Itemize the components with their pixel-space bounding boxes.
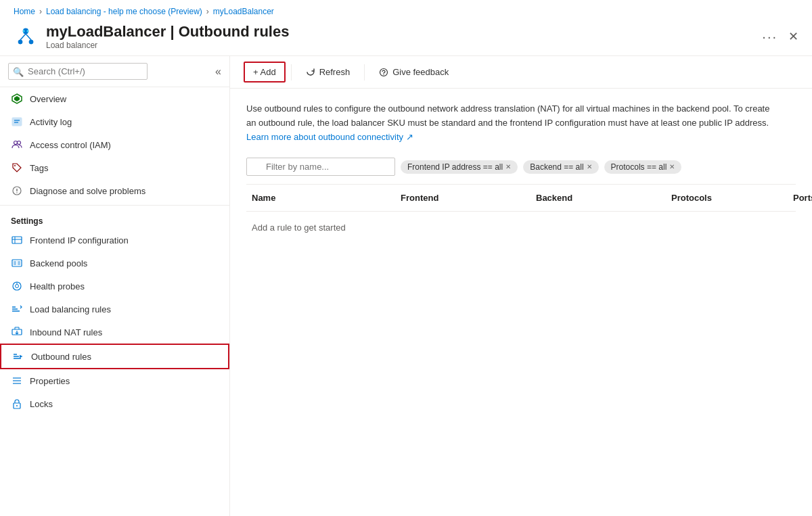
frontend-ip-icon (11, 234, 23, 246)
sidebar-item-outbound-label: Outbound rules (31, 352, 91, 362)
sidebar-item-access-control[interactable]: Access control (IAM) (0, 133, 229, 156)
svg-marker-7 (14, 96, 20, 101)
filter-chip-backend-remove[interactable]: ✕ (587, 163, 592, 170)
sidebar-search-container: 🔍 « (0, 56, 229, 87)
svg-rect-21 (14, 261, 16, 265)
svg-point-16 (16, 192, 18, 193)
sidebar-item-lbrules-label: Load balancing rules (30, 304, 111, 314)
properties-icon (11, 375, 23, 387)
backend-pools-icon (11, 257, 23, 269)
table-empty-message: Add a rule to get started (246, 212, 796, 243)
search-wrap: 🔍 (8, 63, 210, 80)
outbound-rules-icon (12, 350, 24, 362)
page-title: myLoadBalancer | Outbound rules (46, 23, 754, 41)
toolbar-divider-1 (291, 64, 292, 80)
filter-chip-frontend-remove[interactable]: ✕ (505, 163, 511, 170)
filter-chip-frontend[interactable]: Frontend IP address == all ✕ (401, 160, 518, 174)
col-protocols: Protocols (666, 190, 788, 206)
sidebar-item-tags-label: Tags (30, 163, 48, 173)
svg-point-3 (29, 40, 33, 44)
sidebar-item-lb-rules[interactable]: Load balancing rules (0, 298, 229, 321)
col-frontend: Frontend (395, 190, 531, 206)
sidebar-item-inbound-label: Inbound NAT rules (30, 327, 102, 337)
svg-point-12 (18, 141, 21, 145)
sidebar-item-inbound-nat[interactable]: Inbound NAT rules (0, 321, 229, 344)
filter-chip-protocols-remove[interactable]: ✕ (669, 163, 675, 170)
sidebar-item-overview-label: Overview (30, 94, 66, 104)
sidebar-item-backend-label: Backend pools (30, 258, 87, 268)
breadcrumb-sep1: › (39, 7, 42, 16)
col-backend: Backend (531, 190, 666, 206)
sidebar-item-properties[interactable]: Properties (0, 369, 229, 392)
access-control-icon (11, 139, 23, 151)
collapse-button[interactable]: « (215, 66, 221, 78)
col-name: Name (246, 190, 395, 206)
breadcrumb-home[interactable]: Home (14, 7, 35, 16)
filter-chip-backend[interactable]: Backend == all ✕ (523, 160, 598, 174)
table-header: Name Frontend Backend Protocols Ports (246, 185, 796, 212)
svg-rect-22 (18, 261, 20, 265)
content-area: + Add Refresh Give feedback Use outbound… (230, 56, 812, 516)
give-feedback-button[interactable]: Give feedback (370, 62, 457, 82)
refresh-label: Refresh (319, 67, 351, 77)
resource-icon (14, 24, 38, 49)
svg-point-13 (14, 165, 16, 166)
page-subtitle: Load balancer (46, 41, 754, 50)
content-body: Use outbound rules to configure the outb… (230, 89, 812, 516)
sidebar-item-health-probes[interactable]: Health probes (0, 275, 229, 298)
search-input[interactable] (8, 63, 148, 80)
filter-bar: 🔍 Frontend IP address == all ✕ Backend =… (246, 158, 796, 176)
main-layout: 🔍 « Overview Activity log Access control… (0, 56, 812, 516)
learn-more-link[interactable]: Learn more about outbound connectivity ↗ (246, 132, 413, 142)
refresh-button[interactable]: Refresh (297, 62, 359, 82)
page-header: myLoadBalancer | Outbound rules Load bal… (0, 20, 812, 56)
sidebar-item-properties-label: Properties (30, 376, 70, 386)
svg-point-11 (14, 141, 18, 145)
filter-chip-protocols[interactable]: Protocols == all ✕ (604, 160, 682, 174)
sidebar-item-activity-log[interactable]: Activity log (0, 110, 229, 133)
description-text: Use outbound rules to configure the outb… (246, 102, 774, 144)
settings-section-label: Settings (0, 208, 229, 229)
add-button[interactable]: + Add (244, 62, 286, 83)
lb-rules-icon (11, 303, 23, 315)
svg-point-24 (16, 285, 19, 288)
feedback-icon (379, 68, 388, 77)
col-ports: Ports (788, 190, 812, 206)
sidebar-item-frontend-ip[interactable]: Frontend IP configuration (0, 229, 229, 252)
toolbar: + Add Refresh Give feedback (230, 56, 812, 89)
svg-rect-17 (12, 237, 22, 243)
sidebar-item-locks-label: Locks (30, 399, 53, 409)
sidebar-item-access-label: Access control (IAM) (30, 140, 111, 150)
breadcrumb-myLB[interactable]: myLoadBalancer (213, 7, 274, 16)
sidebar-item-diagnose-label: Diagnose and solve problems (30, 186, 145, 196)
sidebar-item-outbound-rules[interactable]: Outbound rules (0, 344, 229, 369)
breadcrumb-sep2: › (206, 7, 209, 16)
table-container: Name Frontend Backend Protocols Ports Ad… (246, 184, 796, 243)
locks-icon (11, 398, 23, 410)
toolbar-divider-2 (364, 64, 365, 80)
tags-icon (11, 162, 23, 174)
search-icon: 🔍 (13, 66, 24, 76)
breadcrumb: Home › Load balancing - help me choose (… (0, 0, 812, 20)
sidebar-item-backend-pools[interactable]: Backend pools (0, 252, 229, 275)
filter-input[interactable] (246, 158, 395, 176)
sidebar-item-locks[interactable]: Locks (0, 392, 229, 415)
inbound-nat-icon (11, 326, 23, 338)
sidebar-item-diagnose[interactable]: Diagnose and solve problems (0, 179, 229, 202)
sidebar-item-health-label: Health probes (30, 281, 85, 291)
more-options-button[interactable]: ··· (762, 29, 777, 45)
sidebar: 🔍 « Overview Activity log Access control… (0, 56, 230, 516)
health-probes-icon (11, 280, 23, 292)
sidebar-item-overview[interactable]: Overview (0, 87, 229, 110)
sidebar-item-frontend-label: Frontend IP configuration (30, 235, 129, 245)
filter-search-wrap: 🔍 (246, 158, 395, 176)
sidebar-divider (0, 205, 229, 206)
close-button[interactable]: ✕ (788, 29, 798, 44)
svg-point-40 (383, 74, 384, 74)
svg-point-38 (16, 405, 18, 406)
give-feedback-label: Give feedback (392, 67, 449, 77)
svg-point-2 (18, 40, 22, 44)
overview-icon (11, 93, 23, 105)
sidebar-item-tags[interactable]: Tags (0, 156, 229, 179)
breadcrumb-lb[interactable]: Load balancing - help me choose (Preview… (46, 7, 202, 16)
